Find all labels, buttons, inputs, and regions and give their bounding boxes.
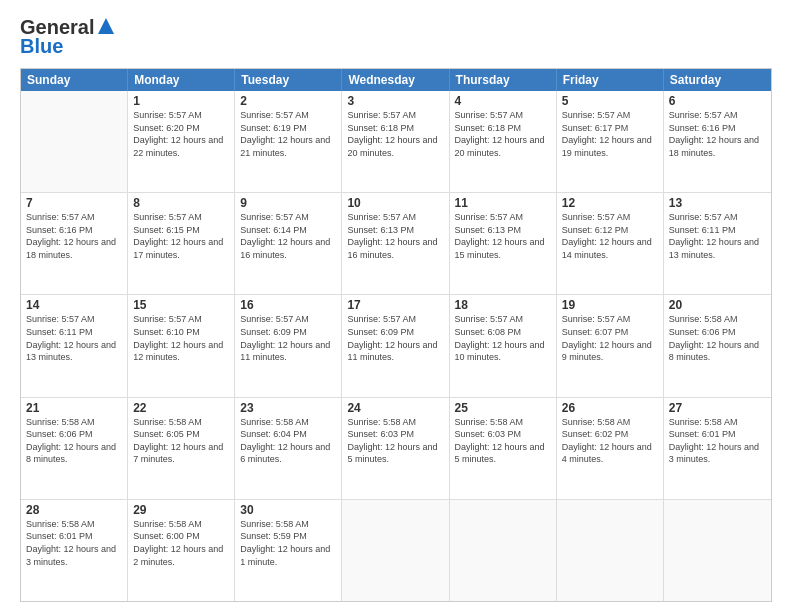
calendar-cell: 3Sunrise: 5:57 AMSunset: 6:18 PMDaylight… xyxy=(342,91,449,192)
day-number: 17 xyxy=(347,298,443,312)
day-info: Sunrise: 5:57 AMSunset: 6:09 PMDaylight:… xyxy=(347,313,443,363)
day-number: 3 xyxy=(347,94,443,108)
day-info: Sunrise: 5:58 AMSunset: 6:06 PMDaylight:… xyxy=(669,313,766,363)
day-info: Sunrise: 5:58 AMSunset: 6:02 PMDaylight:… xyxy=(562,416,658,466)
day-number: 24 xyxy=(347,401,443,415)
calendar-cell: 5Sunrise: 5:57 AMSunset: 6:17 PMDaylight… xyxy=(557,91,664,192)
day-info: Sunrise: 5:58 AMSunset: 6:01 PMDaylight:… xyxy=(26,518,122,568)
day-info: Sunrise: 5:57 AMSunset: 6:12 PMDaylight:… xyxy=(562,211,658,261)
logo: General Blue xyxy=(20,16,116,58)
day-info: Sunrise: 5:57 AMSunset: 6:20 PMDaylight:… xyxy=(133,109,229,159)
calendar-cell: 28Sunrise: 5:58 AMSunset: 6:01 PMDayligh… xyxy=(21,500,128,601)
calendar-cell: 6Sunrise: 5:57 AMSunset: 6:16 PMDaylight… xyxy=(664,91,771,192)
day-number: 28 xyxy=(26,503,122,517)
calendar-cell: 24Sunrise: 5:58 AMSunset: 6:03 PMDayligh… xyxy=(342,398,449,499)
day-number: 26 xyxy=(562,401,658,415)
day-number: 9 xyxy=(240,196,336,210)
svg-marker-0 xyxy=(98,18,114,34)
day-number: 19 xyxy=(562,298,658,312)
day-number: 30 xyxy=(240,503,336,517)
calendar-header: SundayMondayTuesdayWednesdayThursdayFrid… xyxy=(21,69,771,91)
calendar-cell: 7Sunrise: 5:57 AMSunset: 6:16 PMDaylight… xyxy=(21,193,128,294)
day-info: Sunrise: 5:57 AMSunset: 6:17 PMDaylight:… xyxy=(562,109,658,159)
day-number: 4 xyxy=(455,94,551,108)
day-info: Sunrise: 5:58 AMSunset: 5:59 PMDaylight:… xyxy=(240,518,336,568)
header-day-thursday: Thursday xyxy=(450,69,557,91)
calendar-cell: 23Sunrise: 5:58 AMSunset: 6:04 PMDayligh… xyxy=(235,398,342,499)
calendar-cell xyxy=(450,500,557,601)
header-day-sunday: Sunday xyxy=(21,69,128,91)
calendar-cell: 27Sunrise: 5:58 AMSunset: 6:01 PMDayligh… xyxy=(664,398,771,499)
day-info: Sunrise: 5:57 AMSunset: 6:08 PMDaylight:… xyxy=(455,313,551,363)
day-number: 7 xyxy=(26,196,122,210)
calendar-cell: 17Sunrise: 5:57 AMSunset: 6:09 PMDayligh… xyxy=(342,295,449,396)
calendar-cell: 19Sunrise: 5:57 AMSunset: 6:07 PMDayligh… xyxy=(557,295,664,396)
calendar-cell xyxy=(342,500,449,601)
calendar-cell: 29Sunrise: 5:58 AMSunset: 6:00 PMDayligh… xyxy=(128,500,235,601)
calendar-cell: 25Sunrise: 5:58 AMSunset: 6:03 PMDayligh… xyxy=(450,398,557,499)
day-number: 22 xyxy=(133,401,229,415)
day-number: 1 xyxy=(133,94,229,108)
calendar-cell: 20Sunrise: 5:58 AMSunset: 6:06 PMDayligh… xyxy=(664,295,771,396)
day-info: Sunrise: 5:58 AMSunset: 6:03 PMDaylight:… xyxy=(455,416,551,466)
header-day-saturday: Saturday xyxy=(664,69,771,91)
logo-blue: Blue xyxy=(20,35,63,58)
calendar-cell: 2Sunrise: 5:57 AMSunset: 6:19 PMDaylight… xyxy=(235,91,342,192)
calendar-cell: 15Sunrise: 5:57 AMSunset: 6:10 PMDayligh… xyxy=(128,295,235,396)
day-info: Sunrise: 5:58 AMSunset: 6:04 PMDaylight:… xyxy=(240,416,336,466)
calendar-week-3: 14Sunrise: 5:57 AMSunset: 6:11 PMDayligh… xyxy=(21,295,771,397)
day-number: 13 xyxy=(669,196,766,210)
day-info: Sunrise: 5:58 AMSunset: 6:01 PMDaylight:… xyxy=(669,416,766,466)
calendar-cell xyxy=(557,500,664,601)
calendar-cell: 16Sunrise: 5:57 AMSunset: 6:09 PMDayligh… xyxy=(235,295,342,396)
day-info: Sunrise: 5:57 AMSunset: 6:18 PMDaylight:… xyxy=(455,109,551,159)
day-info: Sunrise: 5:57 AMSunset: 6:09 PMDaylight:… xyxy=(240,313,336,363)
calendar-week-4: 21Sunrise: 5:58 AMSunset: 6:06 PMDayligh… xyxy=(21,398,771,500)
day-number: 25 xyxy=(455,401,551,415)
day-number: 14 xyxy=(26,298,122,312)
calendar-cell: 12Sunrise: 5:57 AMSunset: 6:12 PMDayligh… xyxy=(557,193,664,294)
day-info: Sunrise: 5:58 AMSunset: 6:05 PMDaylight:… xyxy=(133,416,229,466)
calendar-cell: 9Sunrise: 5:57 AMSunset: 6:14 PMDaylight… xyxy=(235,193,342,294)
calendar-cell xyxy=(21,91,128,192)
day-info: Sunrise: 5:57 AMSunset: 6:18 PMDaylight:… xyxy=(347,109,443,159)
calendar-cell: 4Sunrise: 5:57 AMSunset: 6:18 PMDaylight… xyxy=(450,91,557,192)
header-day-wednesday: Wednesday xyxy=(342,69,449,91)
calendar-week-5: 28Sunrise: 5:58 AMSunset: 6:01 PMDayligh… xyxy=(21,500,771,601)
header-day-tuesday: Tuesday xyxy=(235,69,342,91)
day-info: Sunrise: 5:58 AMSunset: 6:00 PMDaylight:… xyxy=(133,518,229,568)
calendar-cell: 1Sunrise: 5:57 AMSunset: 6:20 PMDaylight… xyxy=(128,91,235,192)
day-info: Sunrise: 5:58 AMSunset: 6:03 PMDaylight:… xyxy=(347,416,443,466)
day-info: Sunrise: 5:57 AMSunset: 6:07 PMDaylight:… xyxy=(562,313,658,363)
day-info: Sunrise: 5:57 AMSunset: 6:13 PMDaylight:… xyxy=(347,211,443,261)
day-number: 20 xyxy=(669,298,766,312)
day-number: 8 xyxy=(133,196,229,210)
header-day-monday: Monday xyxy=(128,69,235,91)
calendar-week-2: 7Sunrise: 5:57 AMSunset: 6:16 PMDaylight… xyxy=(21,193,771,295)
day-number: 6 xyxy=(669,94,766,108)
day-number: 21 xyxy=(26,401,122,415)
header: General Blue xyxy=(20,16,772,58)
day-info: Sunrise: 5:57 AMSunset: 6:16 PMDaylight:… xyxy=(669,109,766,159)
calendar-cell: 21Sunrise: 5:58 AMSunset: 6:06 PMDayligh… xyxy=(21,398,128,499)
calendar-cell: 26Sunrise: 5:58 AMSunset: 6:02 PMDayligh… xyxy=(557,398,664,499)
day-number: 12 xyxy=(562,196,658,210)
day-info: Sunrise: 5:57 AMSunset: 6:10 PMDaylight:… xyxy=(133,313,229,363)
calendar-cell: 13Sunrise: 5:57 AMSunset: 6:11 PMDayligh… xyxy=(664,193,771,294)
day-info: Sunrise: 5:57 AMSunset: 6:13 PMDaylight:… xyxy=(455,211,551,261)
day-info: Sunrise: 5:57 AMSunset: 6:19 PMDaylight:… xyxy=(240,109,336,159)
day-number: 11 xyxy=(455,196,551,210)
day-info: Sunrise: 5:57 AMSunset: 6:16 PMDaylight:… xyxy=(26,211,122,261)
calendar: SundayMondayTuesdayWednesdayThursdayFrid… xyxy=(20,68,772,602)
day-number: 23 xyxy=(240,401,336,415)
calendar-cell: 11Sunrise: 5:57 AMSunset: 6:13 PMDayligh… xyxy=(450,193,557,294)
day-info: Sunrise: 5:57 AMSunset: 6:15 PMDaylight:… xyxy=(133,211,229,261)
day-info: Sunrise: 5:57 AMSunset: 6:14 PMDaylight:… xyxy=(240,211,336,261)
day-number: 29 xyxy=(133,503,229,517)
day-number: 16 xyxy=(240,298,336,312)
page: General Blue SundayMondayTuesdayWednesda… xyxy=(0,0,792,612)
day-number: 5 xyxy=(562,94,658,108)
calendar-cell xyxy=(664,500,771,601)
day-info: Sunrise: 5:57 AMSunset: 6:11 PMDaylight:… xyxy=(26,313,122,363)
day-number: 2 xyxy=(240,94,336,108)
